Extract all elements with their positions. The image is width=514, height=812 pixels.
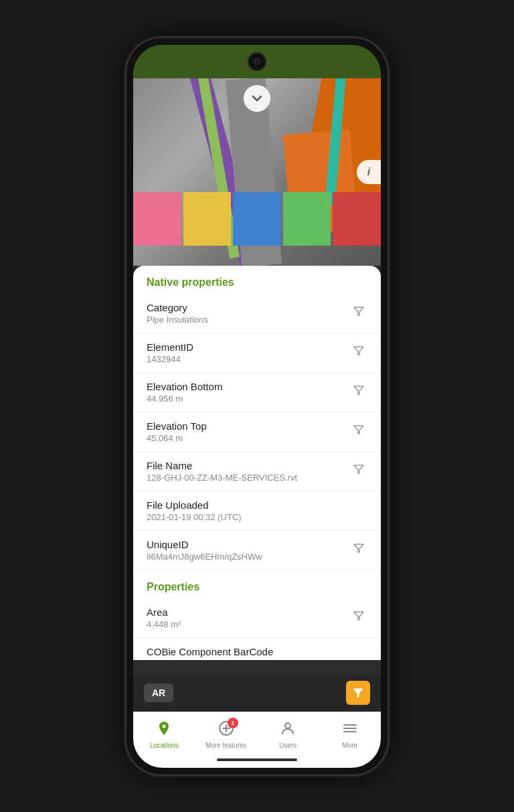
property-info-uniqueid: UniqueID Il6Ma4mJ8gw6EHm/qZsHWw (147, 539, 350, 562)
property-name-category: Category (147, 302, 350, 313)
property-row-elevation-top: Elevation Top 45.064 m (133, 412, 381, 452)
property-value-elementid: 1432944 (147, 354, 350, 364)
property-info-category: Category Pipe Insulations (147, 302, 350, 325)
bar-green2 (283, 192, 331, 246)
property-value-elevation-bottom: 44.956 m (147, 394, 350, 404)
filter-icon-file-name[interactable] (350, 461, 367, 481)
info-button[interactable]: i (357, 160, 381, 184)
property-row-cobie: COBie Component BarCode (133, 638, 381, 660)
hamburger-icon (342, 720, 358, 736)
property-info-area: Area 4.448 m² (147, 606, 350, 629)
svg-marker-1 (354, 347, 363, 355)
filter-icon-elevation-top[interactable] (350, 421, 367, 442)
svg-marker-0 (354, 307, 363, 315)
native-properties-header: Native properties (133, 266, 381, 294)
property-row-uniqueid: UniqueID Il6Ma4mJ8gw6EHm/qZsHWw (133, 531, 381, 570)
tab-label-more-features: More features (205, 742, 247, 749)
collapse-button[interactable] (244, 85, 270, 112)
property-row-file-name: File Name 128-GHJ-00-ZZ-M3-ME-SERVICES.r… (133, 452, 381, 491)
tab-locations[interactable]: Locations (133, 718, 195, 754)
global-filter-button[interactable] (346, 681, 370, 705)
property-info-elementid: ElementID 1432944 (147, 341, 350, 364)
chevron-down-icon (250, 92, 264, 105)
status-bar (133, 45, 381, 78)
filter-icon-category[interactable] (350, 303, 367, 323)
property-row-elevation-bottom: Elevation Bottom 44.956 m (133, 373, 381, 412)
tab-label-more: More (342, 742, 357, 749)
properties-header: Properties (133, 570, 381, 598)
property-name-uniqueid: UniqueID (147, 539, 350, 550)
property-name-file-name: File Name (147, 460, 350, 471)
filter-icon-area[interactable] (350, 607, 367, 628)
bottom-content: AR Locations (133, 674, 381, 768)
property-info-elevation-bottom: Elevation Bottom 44.956 m (147, 381, 350, 404)
location-pin-icon (156, 720, 172, 736)
colorful-bars (133, 192, 381, 246)
phone-frame: i Native properties Category Pipe Insula… (126, 38, 388, 775)
svg-marker-4 (354, 465, 363, 473)
property-info-file-name: File Name 128-GHJ-00-ZZ-M3-ME-SERVICES.r… (147, 460, 350, 483)
filter-icon-elevation-bottom[interactable] (350, 382, 367, 402)
property-value-file-name: 128-GHJ-00-ZZ-M3-ME-SERVICES.rvt (147, 473, 350, 483)
tab-more[interactable]: More (319, 718, 381, 754)
home-bar (217, 758, 297, 761)
users-icon (280, 720, 296, 740)
property-name-cobie: COBie Component BarCode (147, 646, 367, 657)
locations-icon (156, 720, 172, 740)
svg-point-11 (285, 723, 290, 728)
phone-screen: i Native properties Category Pipe Insula… (133, 45, 381, 768)
tab-more-features[interactable]: 1 More features (195, 718, 258, 754)
property-row-area: Area 4.448 m² (133, 598, 381, 638)
ar-label[interactable]: AR (144, 683, 173, 702)
camera-dot (254, 58, 260, 65)
property-value-elevation-top: 45.064 m (147, 433, 350, 443)
bar-blue (233, 192, 281, 246)
property-row-file-uploaded: File Uploaded 2021-01-19 00:32 (UTC) (133, 491, 381, 531)
property-value-category: Pipe Insulations (147, 315, 350, 325)
svg-marker-5 (354, 544, 363, 552)
property-name-file-uploaded: File Uploaded (147, 499, 367, 511)
property-value-uniqueid: Il6Ma4mJ8gw6EHm/qZsHWw (147, 552, 350, 562)
more-features-icon: 1 (218, 720, 234, 740)
home-indicator (133, 754, 381, 768)
property-name-area: Area (147, 606, 350, 618)
tab-label-users: Users (279, 742, 296, 749)
property-info-elevation-top: Elevation Top 45.064 m (147, 420, 350, 443)
property-value-area: 4.448 m² (147, 619, 350, 629)
user-icon (280, 720, 296, 736)
svg-marker-3 (354, 426, 363, 434)
property-name-elevation-top: Elevation Top (147, 420, 350, 432)
property-row-elementid: ElementID 1432944 (133, 333, 381, 373)
more-menu-icon (342, 720, 358, 740)
tab-users[interactable]: Users (257, 718, 319, 754)
bar-pink (133, 192, 181, 246)
svg-marker-7 (353, 689, 363, 697)
property-row-category: Category Pipe Insulations (133, 294, 381, 333)
properties-panel: Native properties Category Pipe Insulati… (133, 266, 381, 660)
filter-icon-uniqueid[interactable] (350, 540, 367, 560)
camera-notch (248, 52, 266, 71)
filter-icon-elementid[interactable] (350, 342, 367, 363)
ar-bar: AR (133, 674, 381, 712)
three-d-view: i (133, 78, 381, 266)
bar-yellow (183, 192, 232, 246)
svg-marker-6 (354, 612, 363, 620)
more-features-badge: 1 (228, 718, 238, 728)
info-icon: i (367, 166, 370, 178)
property-name-elevation-bottom: Elevation Bottom (147, 381, 350, 392)
tab-label-locations: Locations (150, 742, 179, 749)
property-info-cobie: COBie Component BarCode (147, 646, 367, 657)
tab-bar: Locations 1 More features (133, 712, 381, 754)
global-filter-icon (351, 686, 365, 700)
svg-marker-2 (354, 386, 363, 394)
property-info-file-uploaded: File Uploaded 2021-01-19 00:32 (UTC) (147, 499, 367, 522)
property-name-elementid: ElementID (147, 341, 350, 353)
bar-red (333, 192, 381, 246)
property-value-file-uploaded: 2021-01-19 00:32 (UTC) (147, 512, 367, 522)
